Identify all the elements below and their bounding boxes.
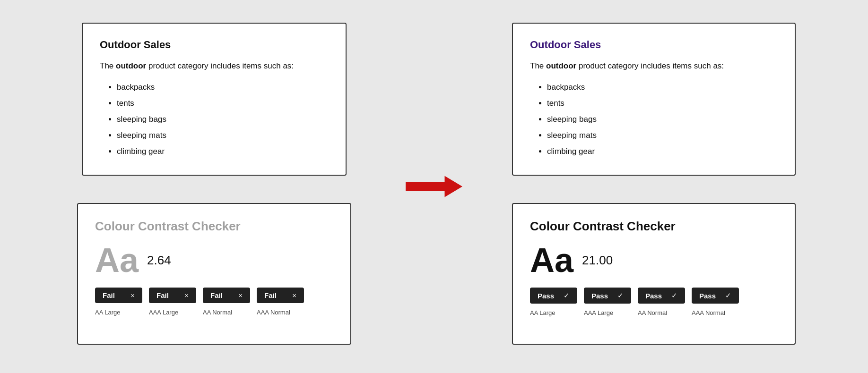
list-item: sleeping mats [547,127,778,144]
outdoor-sales-before-body: The outdoor product category includes it… [100,59,329,72]
sublabel-aa-large: AA Large [530,309,577,316]
badge-label: Pass [538,292,554,300]
svg-marker-0 [406,176,462,197]
outdoor-sales-before-card: Outdoor Sales The outdoor product catego… [82,23,347,175]
contrast-checker-pass-title: Colour Contrast Checker [530,219,778,234]
outdoor-sales-before-title: Outdoor Sales [100,39,329,51]
sublabel-aaa-normal: AAA Normal [257,309,304,316]
contrast-aa-sample-fail: Aa [95,243,139,277]
fail-icon: × [292,291,296,299]
list-item: climbing gear [117,144,329,160]
contrast-ratio-fail: 2.64 [147,253,171,268]
badge-row-fail: Fail × Fail × Fail × Fail × [95,288,333,303]
fail-icon: × [238,291,243,299]
outdoor-sales-after-list: backpacks tents sleeping bags sleeping m… [530,79,778,160]
badge-sublabels-pass: AA Large AAA Large AA Normal AAA Normal [530,309,778,316]
badge-aa-large-pass: Pass ✓ [530,288,577,304]
sublabel-aaa-normal: AAA Normal [692,309,739,316]
contrast-checker-pass-card: Colour Contrast Checker Aa 21.00 Pass ✓ … [512,203,796,345]
pass-icon: ✓ [564,291,570,300]
list-item: climbing gear [547,144,778,160]
contrast-sample-fail: Aa 2.64 [95,243,333,277]
sublabel-aa-large: AA Large [95,309,142,316]
list-item: backpacks [547,79,778,95]
badge-label: Fail [210,291,223,299]
badge-label: Fail [103,291,115,299]
contrast-sample-pass: Aa 21.00 [530,243,778,277]
sublabel-aaa-large: AAA Large [584,309,631,316]
badge-aaa-normal-pass: Pass ✓ [692,288,739,304]
outdoor-sales-after-card: Outdoor Sales The outdoor product catego… [512,23,796,175]
outdoor-sales-after-body: The outdoor product category includes it… [530,59,778,72]
badge-sublabels-fail: AA Large AAA Large AA Normal AAA Normal [95,309,333,316]
pass-icon: ✓ [617,291,624,300]
list-item: backpacks [117,79,329,95]
outdoor-bold-after: outdoor [546,61,576,70]
sublabel-aa-normal: AA Normal [638,309,685,316]
badge-aa-normal-pass: Pass ✓ [638,288,685,304]
fail-icon: × [184,291,189,299]
outdoor-sales-before-list: backpacks tents sleeping bags sleeping m… [100,79,329,160]
contrast-checker-fail-card: Colour Contrast Checker Aa 2.64 Fail × F… [77,203,351,345]
badge-label: Pass [645,292,662,300]
badge-aa-large-fail: Fail × [95,288,142,303]
outdoor-sales-after-title: Outdoor Sales [530,39,778,51]
sublabel-aaa-large: AAA Large [149,309,196,316]
contrast-aa-sample-pass: Aa [530,243,573,277]
badge-aaa-large-pass: Pass ✓ [584,288,631,304]
pass-icon: ✓ [725,291,731,300]
contrast-ratio-pass: 21.00 [582,253,613,268]
list-item: tents [547,95,778,111]
badge-aaa-large-fail: Fail × [149,288,196,303]
badge-aaa-normal-fail: Fail × [257,288,304,303]
badge-row-pass: Pass ✓ Pass ✓ Pass ✓ Pass ✓ [530,288,778,304]
list-item: sleeping bags [547,111,778,127]
badge-label: Pass [591,292,608,300]
badge-label: Fail [264,291,277,299]
direction-arrow [396,172,472,201]
badge-label: Fail [156,291,169,299]
badge-label: Pass [699,292,716,300]
fail-icon: × [130,291,135,299]
outdoor-bold-before: outdoor [116,61,146,70]
list-item: tents [117,95,329,111]
list-item: sleeping bags [117,111,329,127]
list-item: sleeping mats [117,127,329,144]
sublabel-aa-normal: AA Normal [203,309,250,316]
pass-icon: ✓ [671,291,677,300]
badge-aa-normal-fail: Fail × [203,288,250,303]
contrast-checker-fail-title: Colour Contrast Checker [95,219,333,234]
